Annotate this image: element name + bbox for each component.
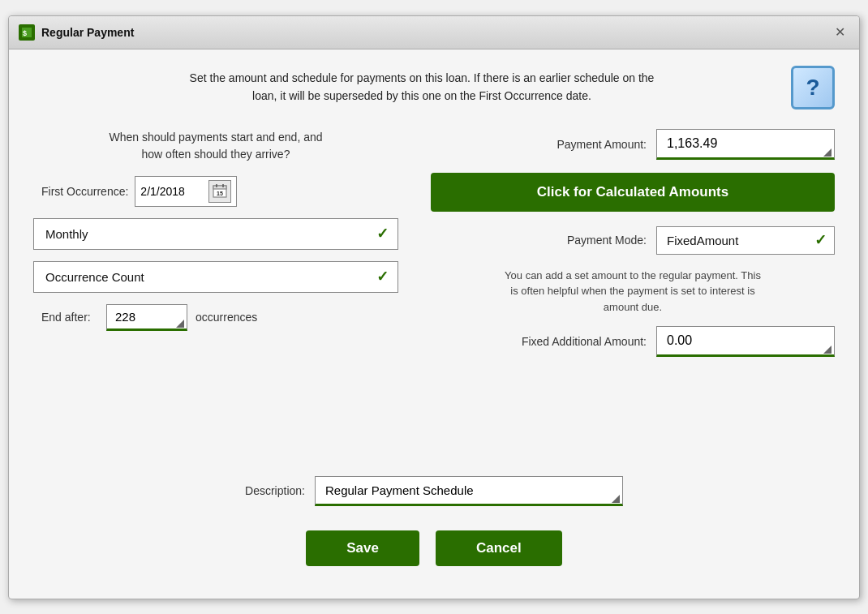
payment-mode-dropdown[interactable]: FixedAmount InterestOnly AmountDue <box>656 226 835 255</box>
calendar-button[interactable]: 15 <box>208 180 231 203</box>
end-type-dropdown-wrapper: Occurrence Count End Date Open Ended ✓ <box>33 261 398 293</box>
header-line1: Set the amount and schedule for payments… <box>190 71 655 84</box>
app-icon: $ <box>19 24 35 41</box>
header-section: Set the amount and schedule for payments… <box>33 66 835 109</box>
question-line2: how often should they arrive? <box>142 148 290 161</box>
payment-mode-label: Payment Mode: <box>567 234 647 247</box>
header-line2: loan, it will be superseded by this one … <box>252 89 591 102</box>
mode-dropdown-wrapper: FixedAmount InterestOnly AmountDue ✓ <box>656 226 835 255</box>
payment-amount-row: Payment Amount: <box>431 129 835 160</box>
fixed-additional-row: Fixed Additional Amount: <box>431 326 835 357</box>
app-icon-svg: $ <box>21 27 32 38</box>
svg-text:$: $ <box>23 29 27 37</box>
first-occurrence-label: First Occurrence: <box>41 185 128 198</box>
fixed-additional-input-wrapper <box>656 326 835 357</box>
fixed-additional-input[interactable] <box>656 326 835 357</box>
frequency-dropdown-wrapper: Monthly Weekly Bi-Weekly Semi-Monthly Qu… <box>33 218 398 250</box>
calendar-icon: 15 <box>213 183 227 200</box>
help-button[interactable]: ? <box>791 66 835 109</box>
fixed-additional-corner <box>823 346 831 354</box>
title-bar-left: $ Regular Payment <box>19 24 134 41</box>
numeric-input-wrapper <box>106 304 187 331</box>
desc-line2: is often helpful when the payment is set… <box>510 285 754 297</box>
main-body: When should payments start and end, and … <box>33 129 835 452</box>
occurrences-label: occurrences <box>196 311 257 324</box>
content-area: Set the amount and schedule for payments… <box>9 49 859 599</box>
calendar-svg: 15 <box>213 183 227 198</box>
header-text: Set the amount and schedule for payments… <box>66 66 778 105</box>
frequency-dropdown[interactable]: Monthly Weekly Bi-Weekly Semi-Monthly Qu… <box>33 218 398 250</box>
window-title: Regular Payment <box>41 26 134 39</box>
corner-mark <box>176 320 184 328</box>
description-label: Description: <box>245 484 305 497</box>
left-panel: When should payments start and end, and … <box>33 129 398 452</box>
desc-line1: You can add a set amount to the regular … <box>505 269 761 281</box>
calc-amounts-button[interactable]: Click for Calculated Amounts <box>431 173 835 212</box>
end-type-dropdown[interactable]: Occurrence Count End Date Open Ended <box>33 261 398 293</box>
first-occurrence-row: First Occurrence: 15 <box>33 176 398 207</box>
description-section: Description: <box>33 476 835 506</box>
first-occurrence-input[interactable] <box>140 185 205 198</box>
payment-amount-input[interactable] <box>656 129 835 160</box>
question-line1: When should payments start and end, and <box>109 131 322 144</box>
desc-line3: amount due. <box>604 301 662 313</box>
right-panel: Payment Amount: Click for Calculated Amo… <box>431 129 835 452</box>
description-text: You can add a set amount to the regular … <box>431 268 835 316</box>
close-button[interactable]: ✕ <box>830 23 849 42</box>
payment-amount-label: Payment Amount: <box>556 138 647 151</box>
section-question: When should payments start and end, and … <box>33 129 398 163</box>
description-input-wrapper <box>315 476 623 506</box>
payment-mode-row: Payment Mode: FixedAmount InterestOnly A… <box>431 226 835 255</box>
main-window: $ Regular Payment ✕ Set the amount and s… <box>8 15 860 599</box>
end-after-label: End after: <box>41 311 98 324</box>
fixed-additional-label: Fixed Additional Amount: <box>522 335 647 348</box>
save-button[interactable]: Save <box>306 530 419 566</box>
payment-amount-corner <box>823 148 831 157</box>
description-input[interactable] <box>315 476 623 506</box>
svg-rect-3 <box>213 186 226 189</box>
cancel-button[interactable]: Cancel <box>436 530 562 566</box>
description-corner <box>612 495 620 503</box>
amount-input-wrapper <box>656 129 835 160</box>
end-after-input[interactable] <box>106 304 187 331</box>
end-after-row: End after: occurrences <box>33 304 398 331</box>
footer-buttons: Save Cancel <box>33 530 835 582</box>
svg-text:15: 15 <box>217 191 223 196</box>
title-bar: $ Regular Payment ✕ <box>9 16 859 49</box>
date-input-wrapper: 15 <box>135 176 237 207</box>
